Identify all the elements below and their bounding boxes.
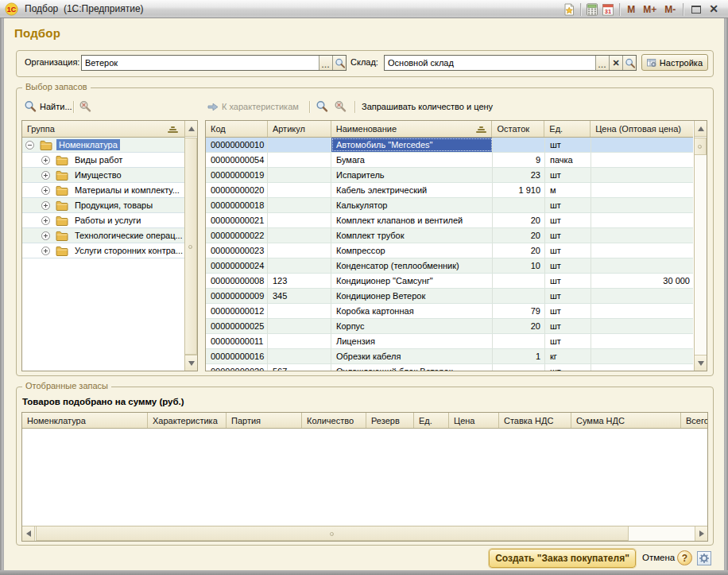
group-tree-header[interactable]: Группа — [22, 121, 184, 138]
column-header[interactable]: Номенклатура — [22, 413, 148, 428]
cell-code[interactable]: 00000000016 — [206, 349, 268, 363]
cell-qty[interactable]: 10 — [493, 258, 545, 273]
cell-price[interactable] — [591, 228, 693, 243]
cell-unit[interactable]: шт — [545, 334, 591, 348]
expand-icon[interactable] — [41, 171, 50, 180]
scroll-down-button[interactable] — [185, 355, 197, 371]
cell-price[interactable] — [591, 213, 693, 227]
cell-code[interactable]: 00000000024 — [206, 258, 268, 273]
tree-item[interactable]: Работы и услуги — [22, 213, 184, 228]
table-row[interactable]: 00000000011Лицензияшт — [206, 334, 693, 349]
cell-unit[interactable]: шт — [545, 228, 591, 243]
tree-item[interactable]: Технологические операц... — [22, 228, 184, 243]
cell-code[interactable]: 00000000021 — [206, 213, 268, 227]
cell-unit[interactable]: шт — [545, 304, 591, 318]
cell-code[interactable]: 00000000019 — [206, 168, 268, 182]
items-table-header[interactable]: КодАртикулНаименованиеОстатокЕд.Цена (Оп… — [206, 121, 693, 138]
cell-price[interactable] — [591, 168, 693, 182]
table-row[interactable]: 00000000029567Охлаждающий блок Ветерокшт — [206, 364, 693, 371]
settings-button[interactable]: Настройка — [641, 54, 708, 71]
cell-unit[interactable]: шт — [545, 243, 591, 258]
organization-field[interactable]: Ветерок ... — [81, 55, 347, 71]
selected-hscrollbar[interactable] — [22, 526, 707, 541]
close-button[interactable]: ✕ — [707, 0, 723, 18]
cell-name[interactable]: Конденсатор (теплообменник) — [331, 258, 493, 273]
cell-unit[interactable]: шт — [545, 289, 591, 303]
cell-unit[interactable]: шт — [545, 364, 591, 371]
cell-code[interactable]: 00000000008 — [206, 274, 268, 288]
cell-unit[interactable]: кг — [545, 349, 591, 363]
cell-qty[interactable]: 20 — [493, 243, 545, 258]
cell-code[interactable]: 00000000054 — [206, 153, 268, 167]
warehouse-lookup-button[interactable] — [622, 56, 636, 70]
expand-icon[interactable] — [41, 231, 50, 240]
cell-article[interactable] — [268, 304, 331, 318]
cell-article[interactable] — [268, 213, 331, 227]
selected-table-header[interactable]: НоменклатураХарактеристикаПартияКоличест… — [22, 413, 707, 429]
cell-article[interactable] — [268, 138, 331, 152]
cell-name[interactable]: Автомобиль "Mercedes" — [331, 138, 493, 152]
scroll-down-button[interactable] — [695, 355, 707, 371]
cell-unit[interactable]: пачка — [545, 153, 591, 167]
column-header[interactable]: Ставка НДС — [499, 413, 571, 428]
cell-name[interactable]: Комплект трубок — [331, 228, 493, 243]
column-header[interactable]: Всего — [681, 413, 707, 428]
cell-price[interactable] — [591, 349, 693, 363]
memory-m-button[interactable]: М — [623, 4, 639, 15]
cell-unit[interactable]: шт — [545, 138, 591, 152]
column-header[interactable]: Остаток — [492, 121, 544, 137]
cell-article[interactable] — [268, 349, 331, 363]
cell-article[interactable] — [268, 228, 331, 243]
items-vscrollbar[interactable] — [694, 121, 707, 371]
cell-code[interactable]: 00000000010 — [206, 138, 268, 152]
column-header[interactable]: Ед. — [414, 413, 449, 428]
cell-name[interactable]: Кондиционер Ветерок — [331, 289, 493, 303]
clear-find-button[interactable] — [79, 99, 91, 114]
cell-price[interactable] — [591, 304, 693, 318]
cell-name[interactable]: Коробка картонная — [331, 304, 493, 318]
scroll-up-button[interactable] — [185, 121, 197, 137]
cell-price[interactable] — [591, 258, 693, 273]
tree-item[interactable]: Продукция, товары — [22, 198, 184, 213]
scroll-left-button[interactable] — [22, 526, 35, 541]
cell-article[interactable] — [268, 334, 331, 348]
create-order-button[interactable]: Создать "Заказ покупателя" — [489, 549, 636, 568]
table-find-button[interactable] — [316, 99, 328, 114]
tree-item[interactable]: Номенклатура — [22, 138, 184, 153]
cell-qty[interactable]: 20 — [493, 319, 545, 333]
cell-price[interactable] — [591, 319, 693, 333]
cell-unit[interactable]: шт — [545, 319, 591, 333]
cell-price[interactable] — [591, 138, 693, 152]
cell-code[interactable]: 00000000023 — [206, 243, 268, 258]
table-row[interactable]: 00000000012Коробка картонная79шт — [206, 304, 693, 319]
cell-qty[interactable]: 1 910 — [493, 183, 545, 197]
table-clear-find-button[interactable] — [334, 99, 347, 114]
scroll-thumb[interactable] — [36, 526, 629, 541]
table-row[interactable]: 00000000024Конденсатор (теплообменник)10… — [206, 258, 693, 274]
organization-value[interactable]: Ветерок — [82, 56, 319, 70]
cell-qty[interactable] — [493, 198, 545, 212]
cell-qty[interactable]: 1 — [493, 349, 545, 363]
organization-choose-button[interactable]: ... — [319, 56, 332, 70]
column-header[interactable]: Партия — [227, 413, 302, 428]
cell-qty[interactable]: 20 — [493, 228, 545, 243]
cell-price[interactable] — [591, 198, 693, 212]
find-button[interactable]: Найти... — [24, 99, 72, 114]
cell-article[interactable] — [268, 198, 331, 212]
cell-unit[interactable]: шт — [545, 198, 591, 212]
scroll-up-button[interactable] — [695, 121, 707, 137]
cell-qty[interactable]: 9 — [493, 153, 545, 167]
cell-name[interactable]: Корпус — [331, 319, 493, 333]
column-header[interactable]: Сумма НДС — [571, 413, 681, 428]
cell-unit[interactable]: м — [545, 183, 591, 197]
cell-qty[interactable] — [493, 289, 545, 303]
cell-qty[interactable]: 79 — [493, 304, 545, 318]
cell-name[interactable]: Испаритель — [331, 168, 493, 182]
cell-price[interactable] — [591, 183, 693, 197]
tree-item[interactable]: Виды работ — [22, 153, 184, 168]
cell-article[interactable] — [268, 168, 331, 182]
cell-name[interactable]: Охлаждающий блок Ветерок — [331, 364, 493, 371]
cell-qty[interactable]: 20 — [493, 213, 545, 227]
cell-name[interactable]: Кабель электрический — [331, 183, 493, 197]
cell-qty[interactable] — [493, 334, 545, 348]
